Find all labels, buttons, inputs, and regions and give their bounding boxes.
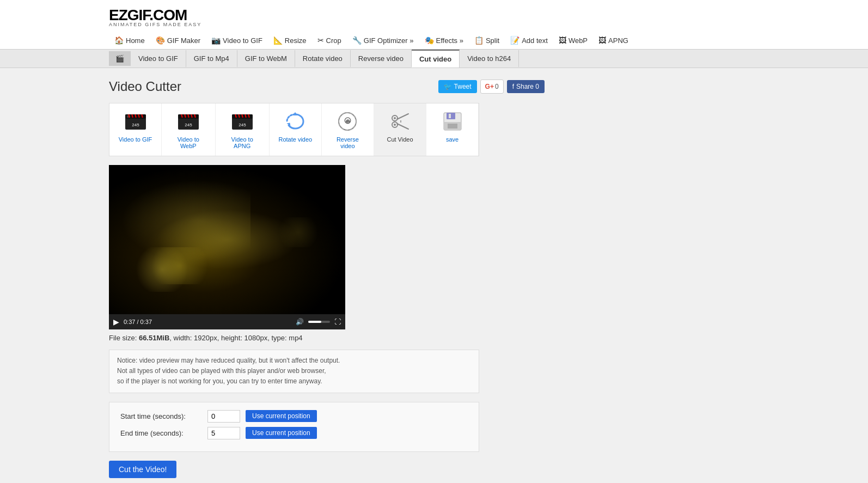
svg-line-36 — [397, 124, 408, 129]
nav-addtext-label: Add text — [522, 36, 548, 45]
clap-webp-icon: 245 — [177, 110, 200, 133]
nav-apng[interactable]: 🖼 APNG — [593, 32, 634, 49]
share-label: Share 0 — [516, 83, 539, 90]
nav-apng-label: APNG — [608, 36, 628, 45]
tool-apng-label: Video to APNG — [224, 136, 260, 149]
apng-icon: 🖼 — [598, 36, 606, 45]
cut-video-button[interactable]: Cut the Video! — [109, 461, 176, 478]
facebook-icon: f — [512, 83, 514, 90]
logo[interactable]: EZGIF.COM ANIMATED GIFS MADE EASY — [109, 7, 868, 27]
nav-home-label: Home — [126, 36, 145, 45]
nav-crop[interactable]: ✂ Crop — [312, 32, 347, 49]
split-icon: 📋 — [474, 36, 484, 45]
nav-add-text[interactable]: 📝 Add text — [505, 32, 553, 49]
end-time-input[interactable] — [207, 427, 240, 439]
tool-save-label: save — [446, 136, 459, 143]
volume-icon: 🔊 — [296, 318, 304, 326]
crop-icon: ✂ — [317, 36, 324, 45]
tool-video-to-webp[interactable]: 245 Video to WebP — [162, 103, 216, 156]
webp-icon: 🖼 — [559, 36, 566, 45]
subnav-reverse-video[interactable]: Reverse video — [351, 50, 412, 67]
fullscreen-button[interactable]: ⛶ — [334, 318, 341, 326]
video-screen — [109, 165, 345, 314]
save-icon — [441, 110, 464, 133]
time-current: 0:37 / 0:37 — [124, 319, 152, 325]
nav-crop-label: Crop — [326, 36, 341, 45]
subnav-video-to-gif[interactable]: Video to GIF — [131, 50, 186, 67]
cut-form: Start time (seconds): Use current positi… — [109, 402, 479, 452]
svg-text:245: 245 — [132, 123, 139, 127]
home-icon: 🏠 — [114, 36, 124, 45]
notice-line3: so if the player is not working for you,… — [117, 376, 471, 387]
gplus-count: 0 — [495, 83, 499, 90]
video-gif-icon: 📷 — [211, 36, 221, 45]
svg-rect-40 — [449, 114, 451, 118]
nav-split[interactable]: 📋 Split — [469, 32, 505, 49]
nav-resize[interactable]: 📐 Resize — [268, 32, 312, 49]
video-controls: ▶ 0:37 / 0:37 🔊 ⛶ — [109, 314, 345, 329]
tool-reverse-video[interactable]: ⊕ ⊙ Reverse video — [322, 103, 374, 156]
nav-effects-label: Effects » — [436, 36, 463, 45]
nav-optimizer-label: GIF Optimizer » — [364, 36, 414, 45]
clap-apng-icon: 245 — [231, 110, 254, 133]
subnav-rotate-video[interactable]: Rotate video — [295, 50, 351, 67]
nav-video-to-gif[interactable]: 📷 Video to GIF — [206, 32, 268, 49]
logo-text: EZGIF.COM — [109, 7, 187, 23]
subnav-cut-video[interactable]: Cut video — [412, 50, 460, 68]
nav-split-label: Split — [486, 36, 499, 45]
gplus-icon: G+ — [485, 83, 494, 90]
nav-webp[interactable]: 🖼 WebP — [553, 32, 593, 49]
notice-line2: Not all types of video can be played wit… — [117, 366, 471, 376]
page-title-area: Video Cutter 🐦 Tweet G+ 0 f Share 0 — [109, 79, 653, 94]
tool-video-to-gif[interactable]: 245 Video to GIF — [109, 103, 162, 156]
nav-gif-optimizer[interactable]: 🔧 GIF Optimizer » — [347, 32, 419, 49]
tool-save[interactable]: save — [426, 103, 479, 156]
logo-area: EZGIF.COM ANIMATED GIFS MADE EASY — [0, 0, 868, 32]
nav-resize-label: Resize — [285, 36, 307, 45]
facebook-share-button[interactable]: f Share 0 — [507, 80, 545, 93]
nav-effects[interactable]: 🎭 Effects » — [419, 32, 469, 49]
main-nav: 🏠 Home 🎨 GIF Maker 📷 Video to GIF 📐 Resi… — [0, 32, 868, 50]
svg-point-34 — [394, 124, 396, 126]
gif-maker-icon: 🎨 — [156, 36, 165, 45]
tool-cut-video[interactable]: Cut Video — [374, 103, 426, 156]
start-time-input[interactable] — [207, 410, 240, 423]
video-width: 1920px — [194, 334, 217, 342]
resize-icon: 📐 — [273, 36, 283, 45]
use-position-end-button[interactable]: Use current position — [246, 427, 317, 439]
nav-home[interactable]: 🏠 Home — [109, 32, 150, 49]
sub-nav: 🎬 Video to GIF GIF to Mp4 GIF to WebM Ro… — [0, 50, 868, 68]
svg-text:245: 245 — [239, 123, 246, 127]
subnav-gif-to-mp4[interactable]: GIF to Mp4 — [186, 50, 237, 67]
page-title: Video Cutter — [109, 79, 181, 94]
gplus-button[interactable]: G+ 0 — [480, 80, 504, 94]
svg-point-33 — [394, 117, 396, 119]
tool-rotate-video[interactable]: Rotate video — [270, 103, 322, 156]
start-time-row: Start time (seconds): Use current positi… — [120, 410, 468, 423]
volume-bar[interactable] — [308, 321, 330, 323]
use-position-start-button[interactable]: Use current position — [246, 410, 317, 422]
tweet-button[interactable]: 🐦 Tweet — [438, 80, 477, 93]
tweet-label: Tweet — [454, 83, 472, 90]
end-time-label: End time (seconds): — [120, 429, 202, 437]
notice-box: Notice: video preview may have reduced q… — [109, 350, 479, 393]
svg-text:245: 245 — [185, 123, 192, 127]
end-time-row: End time (seconds): Use current position — [120, 427, 468, 439]
tool-video-to-apng[interactable]: 245 Video to APNG — [216, 103, 270, 156]
subnav-video-to-h264[interactable]: Video to h264 — [460, 50, 519, 67]
optimizer-icon: 🔧 — [352, 36, 362, 45]
tool-gif-label: Video to GIF — [119, 136, 152, 143]
effects-icon: 🎭 — [425, 36, 434, 45]
play-button[interactable]: ▶ — [113, 317, 119, 326]
tool-webp-label: Video to WebP — [170, 136, 206, 149]
file-info: File size: 66.51MiB, width: 1920px, heig… — [109, 334, 653, 342]
nav-gif-maker-label: GIF Maker — [167, 36, 200, 45]
tool-cut-label: Cut Video — [387, 136, 413, 143]
nav-gif-maker[interactable]: 🎨 GIF Maker — [150, 32, 206, 49]
main-content: Video Cutter 🐦 Tweet G+ 0 f Share 0 2 — [0, 68, 653, 483]
scissors-icon — [389, 110, 412, 133]
svg-rect-42 — [448, 124, 457, 129]
notice-line1: Notice: video preview may have reduced q… — [117, 356, 471, 366]
volume-fill — [308, 321, 321, 323]
subnav-gif-to-webm[interactable]: GIF to WebM — [237, 50, 295, 67]
